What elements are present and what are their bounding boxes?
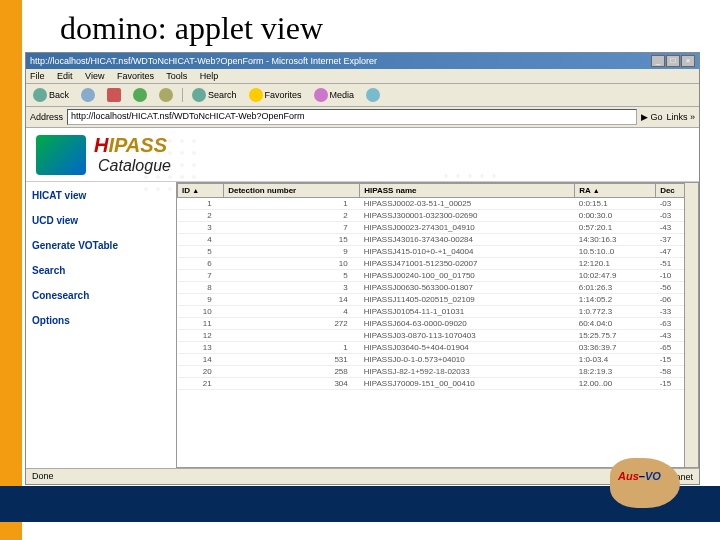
window-controls: _ □ ×	[651, 55, 695, 67]
table-row[interactable]: 14531HIPASSJ0-0-1-0.573+040101:0-03.4-15	[178, 354, 698, 366]
table-cell: HIPASSJ11405-020515_02109	[360, 294, 575, 306]
stop-button[interactable]	[104, 87, 124, 103]
minimize-button[interactable]: _	[651, 55, 665, 67]
col-id[interactable]: ID ▲	[178, 184, 224, 198]
table-cell: 10	[178, 306, 224, 318]
table-cell: HIPASSJ300001-032300-02690	[360, 210, 575, 222]
menu-tools[interactable]: Tools	[166, 71, 187, 81]
table-cell: 1	[224, 342, 360, 354]
table-cell: 12.00..00	[575, 378, 656, 390]
table-row[interactable]: 610HIPASSJ471001-512350-0200712:120.1-51	[178, 258, 698, 270]
table-cell: 11	[178, 318, 224, 330]
browser-window: http://localhost/HICAT.nsf/WDToNcHICAT-W…	[25, 52, 700, 485]
history-icon	[366, 88, 380, 102]
table-cell: 531	[224, 354, 360, 366]
home-icon	[159, 88, 173, 102]
table-row[interactable]: 415HIPASSJ43016-374340-0028414:30:16.3-3…	[178, 234, 698, 246]
col-ra[interactable]: RA ▲	[575, 184, 656, 198]
ausvo-logo: Aus–VO	[610, 458, 700, 518]
table-cell: HIPASSJ01054-11-1_01031	[360, 306, 575, 318]
address-bar: Address http://localhost/HICAT.nsf/WDToN…	[26, 107, 699, 128]
go-button[interactable]: ▶ Go	[641, 112, 663, 122]
table-cell: 1	[178, 198, 224, 210]
table-cell: 0:00:30.0	[575, 210, 656, 222]
forward-button[interactable]	[78, 87, 98, 103]
table-row[interactable]: 914HIPASSJ11405-020515_021091:14:05.2-06	[178, 294, 698, 306]
table-cell: 12:120.1	[575, 258, 656, 270]
address-label: Address	[30, 112, 63, 122]
sidebar-item-options[interactable]: Options	[32, 315, 170, 326]
menu-view[interactable]: View	[85, 71, 104, 81]
close-button[interactable]: ×	[681, 55, 695, 67]
table-row[interactable]: 37HIPASSJ00023-274301_049100:57:20.1-43	[178, 222, 698, 234]
table-cell: HIPASSJ43016-374340-00284	[360, 234, 575, 246]
table-header-row: ID ▲ Detection number HIPASS name RA ▲ D…	[178, 184, 698, 198]
links-button[interactable]: Links »	[666, 112, 695, 122]
table-cell: 272	[224, 318, 360, 330]
vertical-scrollbar[interactable]	[684, 183, 698, 467]
table-cell: HIPASSJ00240-100_00_01750	[360, 270, 575, 282]
address-input[interactable]: http://localhost/HICAT.nsf/WDToNcHICAT-W…	[67, 109, 637, 125]
table-row[interactable]: 11HIPASSJ0002-03-51-1_000250:0:15.1-03	[178, 198, 698, 210]
table-row[interactable]: 104HIPASSJ01054-11-1_010311:0.772.3-33	[178, 306, 698, 318]
table-row[interactable]: 22HIPASSJ300001-032300-026900:00:30.0-03	[178, 210, 698, 222]
table-cell: 4	[178, 234, 224, 246]
table-row[interactable]: 59HIPASSJ415-010+0-+1_0400410.5:10..0-47	[178, 246, 698, 258]
table-row[interactable]: 21304HIPASSJ70009-151_00_0041012.00..00-…	[178, 378, 698, 390]
media-button[interactable]: Media	[311, 87, 358, 103]
table-cell: 10	[224, 258, 360, 270]
favorites-button[interactable]: Favorites	[246, 87, 305, 103]
sidebar-item-ucd-view[interactable]: UCD view	[32, 215, 170, 226]
table-cell	[224, 330, 360, 342]
refresh-button[interactable]	[130, 87, 150, 103]
table-cell: HIPASSJ70009-151_00_00410	[360, 378, 575, 390]
table-cell: 4	[224, 306, 360, 318]
history-button[interactable]	[363, 87, 383, 103]
table-cell: 7	[224, 222, 360, 234]
sort-icon: ▲	[192, 187, 199, 194]
table-cell: 1	[224, 198, 360, 210]
col-detection[interactable]: Detection number	[224, 184, 360, 198]
table-cell: 14:30:16.3	[575, 234, 656, 246]
table-cell: 60:4.04:0	[575, 318, 656, 330]
menu-favorites[interactable]: Favorites	[117, 71, 154, 81]
table-cell: 6	[178, 258, 224, 270]
table-cell: HIPASSJ604-63-0000-09020	[360, 318, 575, 330]
slide-accent-bar	[0, 0, 22, 540]
page-content: HIPASS Catalogue HICAT view UCD view Gen…	[26, 128, 699, 468]
menu-edit[interactable]: Edit	[57, 71, 73, 81]
table-row[interactable]: 12HIPASSJ03-0870-113-107040315:25.75.7-4…	[178, 330, 698, 342]
search-button[interactable]: Search	[189, 87, 240, 103]
table-cell: HIPASSJ00630-563300-01807	[360, 282, 575, 294]
status-bar: Done Local intranet	[26, 468, 699, 484]
table-cell: 1:14:05.2	[575, 294, 656, 306]
table-cell: HIPASSJ-82-1+592-18-02033	[360, 366, 575, 378]
table-row[interactable]: 75HIPASSJ00240-100_00_0175010:02:47.9-10	[178, 270, 698, 282]
table-cell: 10:02:47.9	[575, 270, 656, 282]
sidebar-item-conesearch[interactable]: Conesearch	[32, 290, 170, 301]
back-button[interactable]: Back	[30, 87, 72, 103]
col-hipass-name[interactable]: HIPASS name	[360, 184, 575, 198]
table-cell: 20	[178, 366, 224, 378]
sidebar-item-generate-votable[interactable]: Generate VOTable	[32, 240, 170, 251]
table-cell: HIPASSJ0-0-1-0.573+04010	[360, 354, 575, 366]
table-row[interactable]: 11272HIPASSJ604-63-0000-0902060:4.04:0-6…	[178, 318, 698, 330]
table-row[interactable]: 20258HIPASSJ-82-1+592-18-0203318:2:19.3-…	[178, 366, 698, 378]
table-cell: 6:01:26.3	[575, 282, 656, 294]
menu-help[interactable]: Help	[200, 71, 219, 81]
menu-bar: File Edit View Favorites Tools Help	[26, 69, 699, 84]
table-cell: 13	[178, 342, 224, 354]
table-cell: 7	[178, 270, 224, 282]
menu-file[interactable]: File	[30, 71, 45, 81]
table-cell: 1:0-03.4	[575, 354, 656, 366]
results-table: ID ▲ Detection number HIPASS name RA ▲ D…	[177, 183, 698, 390]
data-table-container: ID ▲ Detection number HIPASS name RA ▲ D…	[176, 182, 699, 468]
sidebar-item-search[interactable]: Search	[32, 265, 170, 276]
home-button[interactable]	[156, 87, 176, 103]
table-row[interactable]: 131HIPASSJ03640-5+404-0190403:36:39.7-65	[178, 342, 698, 354]
table-cell: 2	[224, 210, 360, 222]
table-row[interactable]: 83HIPASSJ00630-563300-018076:01:26.3-56	[178, 282, 698, 294]
table-cell: HIPASSJ03-0870-113-1070403	[360, 330, 575, 342]
sort-icon: ▲	[593, 187, 600, 194]
maximize-button[interactable]: □	[666, 55, 680, 67]
